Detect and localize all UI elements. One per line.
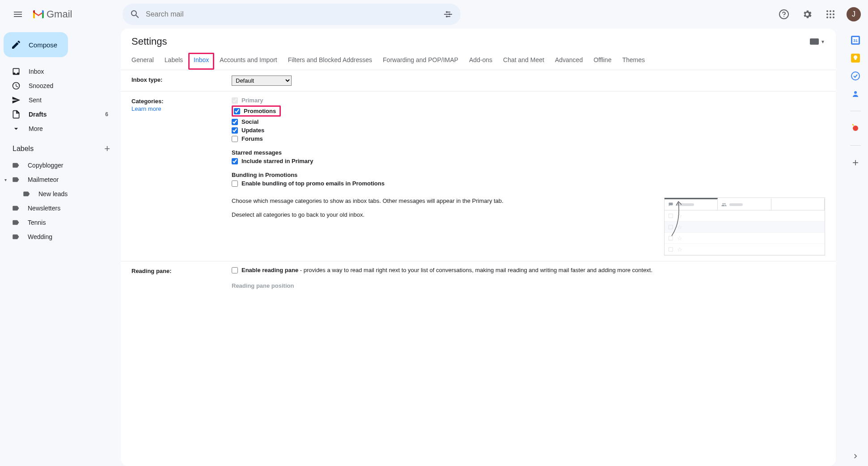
svg-point-18 [851, 72, 860, 80]
category-social-checkbox[interactable] [232, 119, 238, 125]
label-new-leads[interactable]: New leads [0, 187, 121, 201]
label-text: Tennis [28, 219, 46, 226]
include-starred-label[interactable]: Include starred in Primary [241, 158, 313, 164]
input-tools-button[interactable]: ▼ [810, 38, 825, 45]
tab-advanced[interactable]: Advanced [550, 53, 588, 70]
tab-chat-and-meet[interactable]: Chat and Meet [498, 53, 550, 70]
category-forums-checkbox[interactable] [232, 136, 238, 142]
addon-app-icon[interactable] [851, 124, 860, 133]
tasks-app-icon[interactable] [851, 71, 860, 80]
nav-label: More [29, 125, 43, 132]
enable-bundling-label[interactable]: Enable bundling of top promo emails in P… [241, 180, 385, 187]
add-label-button[interactable]: + [104, 143, 110, 155]
inbox-type-select[interactable]: Default [232, 76, 292, 86]
label-wedding[interactable]: Wedding [0, 230, 121, 244]
svg-point-12 [830, 17, 831, 18]
pencil-icon [11, 39, 21, 50]
tab-general[interactable]: General [126, 53, 159, 70]
svg-point-13 [833, 17, 834, 18]
inbox-icon [12, 67, 21, 76]
dropdown-caret-icon: ▼ [821, 39, 825, 44]
compose-button[interactable]: Compose [4, 32, 68, 57]
hide-side-panel-button[interactable] [851, 452, 860, 461]
label-text: Copyblogger [28, 162, 63, 169]
left-sidebar: Compose InboxSnoozedSentDrafts6More Labe… [0, 29, 121, 466]
nav-label: Inbox [29, 68, 44, 75]
label-text: Newsletters [28, 205, 60, 212]
category-social-label[interactable]: Social [241, 118, 258, 125]
tab-offline[interactable]: Offline [588, 53, 617, 70]
nav-drafts[interactable]: Drafts6 [0, 107, 114, 122]
apps-button[interactable] [820, 4, 841, 25]
search-input[interactable] [146, 10, 437, 18]
label-icon [12, 161, 20, 169]
main-menu-button[interactable] [7, 4, 29, 25]
people-icon [721, 202, 727, 207]
enable-bundling-checkbox[interactable] [232, 181, 238, 187]
svg-point-20 [853, 126, 858, 131]
category-updates-label[interactable]: Updates [241, 127, 264, 134]
settings-panel: Settings ▼ GeneralLabelsInboxAccounts an… [121, 29, 836, 466]
enable-reading-pane-label[interactable]: Enable reading pane - provides a way to … [241, 267, 652, 273]
search-options-icon[interactable] [443, 9, 453, 20]
label-copyblogger[interactable]: Copyblogger [0, 158, 121, 172]
account-avatar[interactable]: J [847, 7, 861, 21]
settings-tabs: GeneralLabelsInboxAccounts and ImportFil… [121, 49, 836, 70]
expand-caret-icon[interactable]: ▾ [4, 177, 7, 182]
get-addons-button[interactable]: + [851, 158, 860, 167]
nav-snoozed[interactable]: Snoozed [0, 79, 114, 93]
tab-inbox[interactable]: Inbox [188, 53, 214, 70]
support-button[interactable] [773, 4, 795, 25]
label-newsletters[interactable]: Newsletters [0, 201, 121, 215]
search-icon [130, 9, 140, 20]
contacts-app-icon[interactable] [851, 89, 860, 98]
svg-point-5 [826, 10, 828, 12]
svg-point-8 [826, 13, 828, 15]
svg-point-11 [826, 17, 828, 18]
reading-pane-position-label: Reading pane position [232, 282, 825, 289]
nav-inbox[interactable]: Inbox [0, 64, 114, 79]
svg-point-0 [446, 11, 448, 13]
enable-reading-pane-checkbox[interactable] [232, 267, 238, 273]
inbox-preview-image: ☐☆ ☐☆ ☐☆ ☐☆ [664, 197, 825, 256]
label-mailmeteor[interactable]: ▾Mailmeteor [0, 172, 121, 187]
hamburger-icon [13, 9, 23, 20]
label-tennis[interactable]: Tennis [0, 215, 121, 230]
category-primary-label: Primary [241, 97, 263, 104]
label-icon [12, 176, 20, 184]
category-primary-checkbox [232, 97, 238, 104]
search-bar[interactable] [123, 4, 461, 25]
category-forums-label[interactable]: Forums [241, 135, 263, 142]
gmail-icon [32, 9, 45, 19]
keep-app-icon[interactable] [851, 54, 860, 63]
svg-point-1 [449, 13, 450, 15]
tab-accounts-and-import[interactable]: Accounts and Import [214, 53, 282, 70]
file-icon [12, 110, 21, 119]
chevron-right-icon [851, 452, 860, 461]
category-promotions-label[interactable]: Promotions [244, 108, 276, 114]
nav-more[interactable]: More [0, 122, 114, 136]
settings-title: Settings [131, 36, 167, 47]
label-text: Wedding [28, 233, 52, 240]
gmail-logo[interactable]: Gmail [30, 8, 72, 20]
tab-filters-and-blocked-addresses[interactable]: Filters and Blocked Addresses [283, 53, 377, 70]
include-starred-checkbox[interactable] [232, 158, 238, 164]
label-icon [22, 190, 30, 198]
learn-more-link[interactable]: Learn more [131, 105, 232, 112]
category-updates-checkbox[interactable] [232, 127, 238, 134]
nav-sent[interactable]: Sent [0, 93, 114, 107]
calendar-app-icon[interactable]: 31 [851, 36, 860, 45]
clock-icon [12, 81, 21, 90]
tab-forwarding-and-pop-imap[interactable]: Forwarding and POP/IMAP [377, 53, 464, 70]
tab-add-ons[interactable]: Add-ons [464, 53, 498, 70]
settings-button[interactable] [796, 4, 818, 25]
category-promotions-checkbox[interactable] [234, 108, 240, 114]
tab-themes[interactable]: Themes [617, 53, 650, 70]
label-text: New leads [38, 190, 68, 197]
nav-label: Sent [29, 97, 42, 104]
label-icon [12, 204, 20, 212]
svg-point-4 [783, 16, 784, 17]
app-header: Gmail J [0, 0, 868, 29]
svg-point-6 [830, 10, 831, 12]
tab-labels[interactable]: Labels [159, 53, 188, 70]
